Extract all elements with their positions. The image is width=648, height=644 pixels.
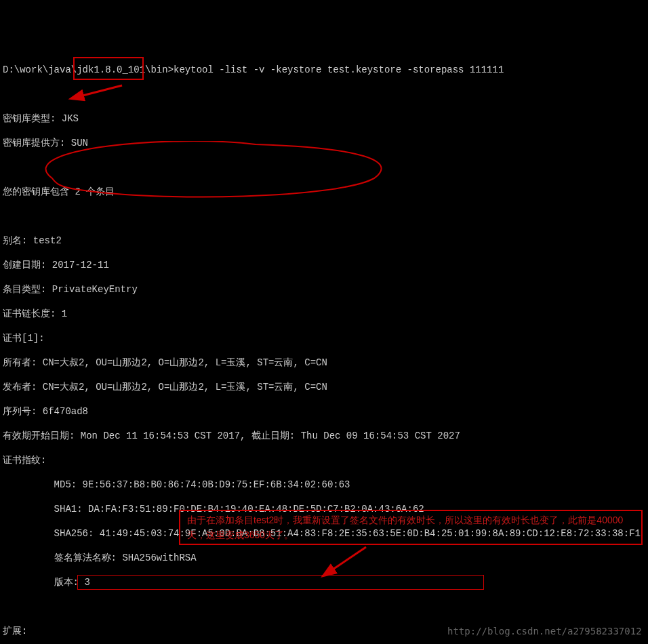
entry1-owner: 所有者: CN=大叔2, OU=山那边2, O=山那边2, L=玉溪, ST=云… (3, 357, 648, 369)
entry1-created: 创建日期: 2017-12-11 (3, 259, 648, 271)
entry1-chainlen: 证书链长度: 1 (3, 308, 648, 320)
entry-count: 您的密钥库包含 2 个条目 (3, 186, 648, 198)
entry1-alias: 别名: test2 (3, 235, 648, 247)
entry1-certidx: 证书[1]: (3, 332, 648, 344)
command-line: D:\work\java\jdk1.8.0_101\bin>keytool -l… (3, 64, 648, 76)
entry1-serial: 序列号: 6f470ad8 (3, 405, 648, 418)
entry1-fp-label: 证书指纹: (3, 454, 648, 466)
entry1-version: 版本: 3 (3, 576, 648, 588)
entry1-issuer: 发布者: CN=大叔2, OU=山那边2, O=山那边2, L=玉溪, ST=云… (3, 381, 648, 393)
entry1-md5: MD5: 9E:56:37:B8:B0:86:74:0B:D9:75:EF:6B… (3, 479, 648, 491)
annotation-note-text: 由于在添加条目test2时，我重新设置了签名文件的有效时长，所以这里的有效时长也… (187, 512, 634, 542)
entry1-sigalg: 签名算法名称: SHA256withRSA (3, 552, 648, 564)
entry1-type: 条目类型: PrivateKeyEntry (3, 283, 648, 296)
entry1-validity: 有效期开始日期: Mon Dec 11 16:54:53 CST 2017, 截… (3, 430, 648, 442)
watermark-text: http://blog.csdn.net/a279582337012 (447, 625, 642, 637)
terminal-output: D:\work\java\jdk1.8.0_101\bin>keytool -l… (0, 49, 648, 644)
keystore-provider: 密钥库提供方: SUN (3, 137, 648, 149)
keystore-type: 密钥库类型: JKS (3, 113, 648, 125)
